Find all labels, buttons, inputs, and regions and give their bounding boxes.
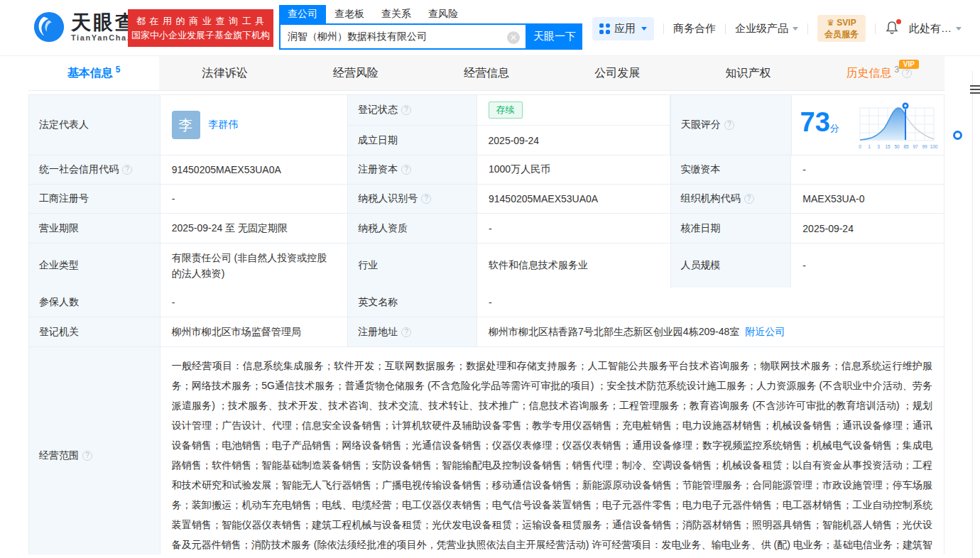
field-value-est-date: 2025-09-24 (477, 126, 670, 155)
top-header: 天眼查 TianYanCha.com 都 在 用 的 商 业 查 询 工 具 国… (0, 0, 980, 56)
section-tab-bar: 基本信息 5 法律诉讼 经营风险 经营信息 公司发展 知识产权 VIP 历史信息… (28, 56, 944, 91)
page-edge-divider (972, 71, 973, 558)
field-value-reg-authority: 柳州市柳北区市场监督管理局 (160, 317, 349, 346)
help-icon[interactable] (724, 120, 734, 130)
help-icon[interactable] (82, 451, 92, 461)
search-tabs: 查公司 查老板 查关系 查风险 (279, 4, 582, 23)
field-label-reg-status: 登记状态 (348, 95, 477, 125)
notifications-bell-icon[interactable] (885, 21, 900, 36)
divider (725, 23, 726, 34)
svg-text:100: 100 (930, 144, 938, 149)
field-label-est-date: 成立日期 (348, 126, 477, 155)
field-value-industry: 软件和信息技术服务业 (477, 244, 671, 288)
table-row: 登记状态 存续 (348, 95, 670, 125)
help-icon[interactable] (122, 165, 132, 175)
svg-text:50: 50 (894, 144, 900, 149)
help-icon[interactable] (902, 68, 912, 78)
score-unit: 分 (830, 123, 839, 133)
field-value-reg-capital: 1000万人民币 (477, 155, 671, 184)
score-axis-labels: 0 1 3 15 50 85 97 99 100 (859, 144, 938, 149)
field-label-org-code: 组织机构代码 (671, 185, 792, 213)
edge-menu-icon[interactable] (970, 83, 980, 96)
table-row: 企业类型 有限责任公司 (非自然人投资或控股的法人独资) 行业 软件和信息技术服… (29, 243, 944, 287)
nav-apps[interactable]: 应用 (592, 17, 654, 40)
apps-grid-icon (599, 23, 610, 34)
tab-basic-info[interactable]: 基本信息 5 (28, 56, 159, 90)
field-value-insured-count: - (160, 288, 349, 317)
svip-membership-badge[interactable]: ♛ SVIP 会员服务 (817, 15, 866, 42)
svg-text:3: 3 (877, 144, 880, 149)
field-label-legal-rep: 法定代表人 (29, 95, 160, 155)
search-tab-boss[interactable]: 查老板 (326, 5, 373, 23)
nav-user-menu[interactable]: 此处有… (909, 22, 962, 35)
search-area: 查公司 查老板 查关系 查风险 ✕ 天眼一下 (279, 4, 582, 50)
search-button[interactable]: 天眼一下 (527, 23, 582, 50)
field-value-company-type: 有限责任公司 (非自然人投资或控股的法人独资) (160, 244, 349, 288)
help-icon[interactable] (401, 105, 411, 115)
table-row: 营业期限 2025-09-24 至 无固定期限 纳税人资质 - 核准日期 202… (29, 213, 944, 243)
tab-operating-risk[interactable]: 经营风险 (290, 56, 421, 90)
field-label-staff-size: 人员规模 (671, 244, 792, 288)
svip-line2: 会员服务 (824, 28, 859, 40)
field-value-legal-rep: 李 李群伟 (160, 95, 348, 155)
field-label-reg-capital: 注册资本 (348, 155, 477, 184)
field-label-credit-code: 统一社会信用代码 (29, 155, 160, 184)
caret-down-icon (793, 27, 798, 31)
table-row: 成立日期 2025-09-24 (348, 125, 670, 155)
help-icon[interactable] (421, 194, 431, 204)
table-row: 法定代表人 李 李群伟 登记状态 存续 成立日期 2025-09-24 天眼评分… (29, 95, 944, 155)
tab-operating-info[interactable]: 经营信息 (421, 56, 552, 90)
tianyancha-logo-icon (33, 11, 65, 43)
tab-intellectual-property[interactable]: 知识产权 (682, 56, 813, 90)
field-value-approval-date: 2025-09-24 (791, 214, 944, 243)
field-value-score: 73分 0 1 (792, 95, 944, 155)
field-value-reg-status: 存续 (477, 95, 670, 125)
caret-down-icon (641, 27, 647, 31)
score-distribution-chart: 0 1 3 15 50 85 97 99 100 (857, 99, 940, 151)
divider (807, 23, 808, 34)
field-label-industry: 行业 (348, 244, 477, 288)
nav-enterprise-products[interactable]: 企业级产品 (735, 22, 798, 35)
vip-badge: VIP (899, 60, 919, 69)
search-box: ✕ (279, 23, 527, 50)
table-row: 工商注册号 - 纳税人识别号 91450205MAEX53UA0A 组织机构代码… (29, 184, 944, 213)
search-tab-relation[interactable]: 查关系 (373, 5, 420, 23)
field-value-paid-capital: - (791, 155, 944, 184)
clear-search-icon[interactable]: ✕ (507, 31, 520, 44)
slogan-badge: 都 在 用 的 商 业 查 询 工 具 国家中小企业发展子基金旗下机构 (128, 9, 273, 47)
field-label-english-name: 英文名称 (348, 288, 477, 317)
table-row: 统一社会信用代码 91450205MAEX53UA0A 注册资本 1000万人民… (29, 155, 944, 184)
field-value-taxpayer-id: 91450205MAEX53UA0A (477, 185, 671, 213)
divider (663, 23, 664, 34)
slogan-line2: 国家中小企业发展子基金旗下机构 (131, 28, 270, 43)
tab-basic-info-count: 5 (116, 65, 121, 75)
help-icon[interactable] (401, 327, 411, 337)
field-label-paid-capital: 实缴资本 (671, 155, 792, 184)
nearby-companies-link[interactable]: 附近公司 (745, 326, 785, 339)
header-nav: 应用 商务合作 企业级产品 ♛ SVIP 会员服务 此处有… (592, 15, 962, 42)
svg-text:97: 97 (913, 144, 918, 149)
company-info-table: 法定代表人 李 李群伟 登记状态 存续 成立日期 2025-09-24 天眼评分… (28, 94, 944, 554)
field-value-credit-code: 91450205MAEX53UA0A (160, 155, 349, 184)
field-value-english-name: - (477, 288, 944, 317)
svg-text:15: 15 (885, 144, 891, 149)
help-icon[interactable] (744, 194, 754, 204)
nav-business-cooperation[interactable]: 商务合作 (673, 22, 716, 35)
search-tab-risk[interactable]: 查风险 (420, 5, 467, 23)
divider (875, 23, 876, 34)
score-value: 73分 (800, 109, 839, 142)
legal-rep-avatar[interactable]: 李 (172, 111, 200, 139)
svg-text:99: 99 (922, 144, 927, 149)
field-label-taxpayer-id: 纳税人识别号 (348, 185, 477, 213)
search-input[interactable] (281, 25, 526, 48)
field-label-reg-authority: 登记机关 (29, 317, 160, 346)
field-label-reg-address: 注册地址 (348, 317, 477, 346)
field-value-taxpayer-quality: - (477, 214, 671, 243)
svg-text:85: 85 (903, 144, 909, 149)
legal-rep-name-link[interactable]: 李群伟 (209, 119, 239, 131)
search-tab-company[interactable]: 查公司 (279, 5, 326, 23)
help-icon[interactable] (401, 165, 411, 175)
tab-history-info[interactable]: VIP 历史信息 3 (814, 56, 944, 90)
tab-legal-litigation[interactable]: 法律诉讼 (159, 56, 290, 90)
tab-company-development[interactable]: 公司发展 (552, 56, 682, 90)
